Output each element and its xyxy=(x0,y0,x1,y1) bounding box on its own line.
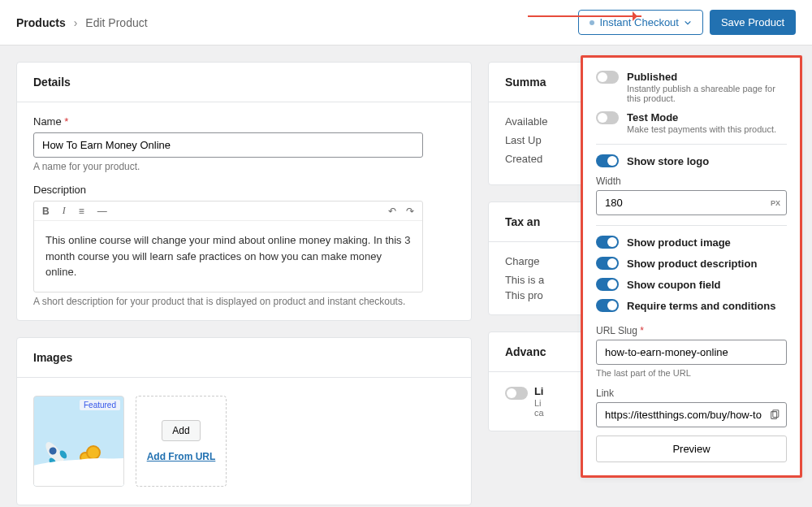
right-column: Summa Available Last Up Created Tax an C… xyxy=(488,62,796,431)
save-button[interactable]: Save Product xyxy=(710,10,796,35)
list-icon[interactable]: ≡ xyxy=(79,206,84,217)
testmode-desc: Make test payments with this product. xyxy=(627,124,787,134)
published-label: Published xyxy=(627,71,787,83)
slug-input[interactable] xyxy=(596,340,787,365)
chevron-right-icon: › xyxy=(74,16,78,29)
rocket-illustration-icon xyxy=(34,396,123,486)
svg-rect-0 xyxy=(771,411,777,418)
chevron-down-icon xyxy=(684,19,692,27)
link-input[interactable] xyxy=(596,402,787,427)
hr-icon[interactable]: — xyxy=(97,206,107,217)
show-logo-toggle[interactable] xyxy=(596,154,619,167)
require-terms-label: Require terms and conditions xyxy=(627,300,775,312)
italic-icon[interactable]: I xyxy=(63,205,66,217)
page-header: Products › Edit Product Instant Checkout… xyxy=(0,0,812,46)
name-input[interactable] xyxy=(33,132,423,158)
testmode-toggle[interactable] xyxy=(596,111,619,124)
show-logo-label: Show store logo xyxy=(627,155,709,167)
published-desc: Instantly publish a shareable page for t… xyxy=(627,84,787,103)
advanced-toggle-label: Li xyxy=(534,385,544,397)
show-coupon-label: Show coupon field xyxy=(627,279,721,291)
header-actions: Instant Checkout Save Product xyxy=(578,10,796,35)
annotation-arrow xyxy=(528,15,641,17)
require-terms-toggle[interactable] xyxy=(596,299,619,312)
slug-label: URL Slug * xyxy=(596,325,787,336)
slug-help: The last part of the URL xyxy=(596,368,787,378)
show-description-label: Show product description xyxy=(627,258,757,270)
show-coupon-toggle[interactable] xyxy=(596,278,619,291)
divider xyxy=(596,225,787,226)
description-label: Description xyxy=(33,184,455,196)
breadcrumb: Products › Edit Product xyxy=(16,16,148,29)
advanced-toggle-desc: Li ca xyxy=(534,398,544,418)
left-column: Details Name * A name for your product. … xyxy=(16,62,472,507)
description-editor: B I ≡ — ↶ ↷ This online course will chan… xyxy=(33,201,423,292)
width-unit: PX xyxy=(771,199,780,207)
copy-icon[interactable] xyxy=(769,410,780,421)
name-label: Name * xyxy=(33,115,455,128)
redo-icon[interactable]: ↷ xyxy=(406,206,414,217)
testmode-label: Test Mode xyxy=(627,111,787,124)
add-from-url-link[interactable]: Add From URL xyxy=(147,451,216,462)
width-input[interactable] xyxy=(596,190,787,215)
show-description-toggle[interactable] xyxy=(596,257,619,270)
link-label: Link xyxy=(596,388,787,399)
images-title: Images xyxy=(17,338,471,378)
advanced-toggle[interactable] xyxy=(505,387,528,400)
details-card: Details Name * A name for your product. … xyxy=(16,62,472,321)
details-title: Details xyxy=(17,63,471,102)
published-toggle[interactable] xyxy=(596,71,619,84)
preview-button[interactable]: Preview xyxy=(596,436,787,462)
image-upload-dropzone[interactable]: Add Add From URL xyxy=(136,396,227,487)
breadcrumb-root[interactable]: Products xyxy=(16,16,66,29)
breadcrumb-current: Edit Product xyxy=(85,16,147,29)
instant-checkout-dropdown: Published Instantly publish a shareable … xyxy=(581,55,802,478)
add-image-button[interactable]: Add xyxy=(162,420,200,441)
images-card: Images Featured xyxy=(16,337,472,505)
name-help: A name for your product. xyxy=(33,161,455,172)
main-content: Details Name * A name for your product. … xyxy=(0,46,812,507)
width-label: Width xyxy=(596,176,787,187)
divider xyxy=(596,144,787,145)
show-image-toggle[interactable] xyxy=(596,236,619,249)
editor-toolbar: B I ≡ — ↶ ↷ xyxy=(34,202,422,221)
product-image-thumbnail[interactable]: Featured xyxy=(33,396,124,487)
show-image-label: Show product image xyxy=(627,236,731,249)
undo-icon[interactable]: ↶ xyxy=(388,206,396,217)
description-textarea[interactable]: This online course will change your mind… xyxy=(34,221,422,292)
svg-rect-1 xyxy=(773,410,779,417)
status-dot-icon xyxy=(590,20,594,25)
bold-icon[interactable]: B xyxy=(42,206,50,217)
description-help: A short description for your product tha… xyxy=(33,296,455,307)
